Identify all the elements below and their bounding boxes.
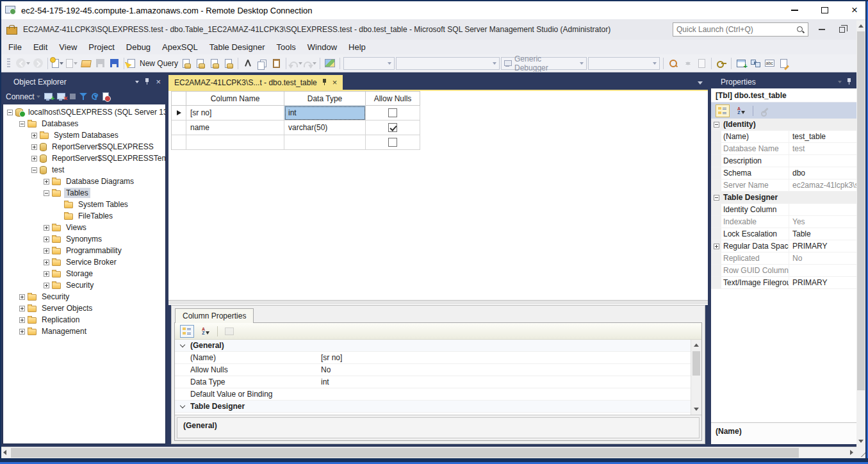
menu-item-tools[interactable]: Tools bbox=[270, 40, 301, 54]
chevron-down-icon[interactable] bbox=[180, 403, 185, 408]
expand-toggle-icon[interactable] bbox=[31, 144, 37, 150]
scroll-left-icon[interactable] bbox=[3, 450, 6, 455]
tree-item-service-broker[interactable]: Service Broker bbox=[3, 256, 165, 268]
rdp-maximize-button[interactable] bbox=[821, 7, 828, 13]
tree-item-test[interactable]: test bbox=[3, 164, 165, 176]
expand-toggle-icon[interactable] bbox=[19, 317, 25, 323]
quick-launch-box[interactable] bbox=[673, 22, 808, 37]
expand-toggle-icon[interactable] bbox=[44, 225, 49, 231]
tree-item-views[interactable]: Views bbox=[3, 222, 165, 233]
property-row-lock-escalation[interactable]: Lock EscalationTable bbox=[711, 228, 856, 240]
horizontal-splitter[interactable] bbox=[168, 300, 708, 305]
new-query-button[interactable]: New Query bbox=[127, 56, 178, 70]
tree-item-system-databases[interactable]: System Databases bbox=[3, 129, 165, 141]
property-pages-button[interactable] bbox=[222, 325, 236, 338]
expand-toggle-icon[interactable] bbox=[44, 248, 49, 254]
property-row-default-value-or-binding[interactable]: Default Value or Binding bbox=[175, 388, 691, 401]
chevron-down-icon[interactable] bbox=[493, 62, 496, 65]
expand-toggle-icon[interactable] bbox=[19, 329, 25, 335]
check-constraints-button[interactable] bbox=[763, 56, 776, 70]
app-minimize-button[interactable] bbox=[819, 29, 825, 30]
set-primary-key-button[interactable] bbox=[715, 56, 728, 70]
property-value[interactable] bbox=[789, 265, 856, 276]
menu-item-debug[interactable]: Debug bbox=[120, 40, 156, 54]
expand-toggle-icon[interactable] bbox=[44, 190, 49, 196]
expand-toggle-icon[interactable] bbox=[44, 236, 49, 242]
property-value[interactable]: Table bbox=[789, 228, 856, 240]
allow-nulls-checkbox[interactable] bbox=[388, 123, 397, 132]
property-row-regular-data-space-specification[interactable]: Regular Data Space SpecificationPRIMARY bbox=[711, 240, 856, 253]
tree-item-security[interactable]: Security bbox=[3, 279, 165, 291]
property-row-database-name[interactable]: Database Nametest bbox=[711, 143, 856, 155]
property-value[interactable]: PRIMARY bbox=[789, 240, 856, 252]
data-type-cell[interactable]: varchar(50) bbox=[284, 120, 366, 135]
edit-button[interactable] bbox=[695, 56, 708, 70]
stop-button[interactable] bbox=[70, 91, 76, 103]
chevron-down-icon[interactable] bbox=[60, 62, 63, 65]
pin-icon[interactable] bbox=[847, 78, 852, 85]
navigate-backward-button[interactable] bbox=[16, 56, 30, 70]
row-selector-cell[interactable] bbox=[172, 120, 186, 135]
expand-toggle-icon[interactable] bbox=[714, 244, 719, 249]
undo-button[interactable] bbox=[290, 56, 302, 70]
row-selector-cell[interactable] bbox=[172, 106, 186, 120]
properties-object-selector[interactable]: [Tbl] dbo.test_table bbox=[711, 88, 856, 103]
tree-item-reportserver-sqlexpresstempdb[interactable]: ReportServer$SQLEXPRESSTempDB bbox=[3, 153, 165, 164]
chevron-down-icon[interactable] bbox=[74, 62, 78, 65]
menu-item-view[interactable]: View bbox=[53, 40, 83, 54]
menu-item-edit[interactable]: Edit bbox=[28, 40, 53, 54]
filter-button[interactable] bbox=[79, 91, 88, 103]
quick-launch-input[interactable] bbox=[676, 25, 796, 34]
copy-button[interactable] bbox=[256, 56, 268, 70]
expand-toggle-icon[interactable] bbox=[44, 271, 49, 277]
mdx-query-button[interactable] bbox=[193, 56, 206, 70]
property-value[interactable] bbox=[789, 155, 856, 167]
property-row-indexable[interactable]: IndexableYes bbox=[711, 216, 856, 228]
chevron-down-icon[interactable] bbox=[299, 62, 302, 65]
data-type-cell[interactable]: int bbox=[284, 106, 366, 120]
property-row-schema[interactable]: Schemadbo bbox=[711, 167, 856, 179]
script-button[interactable] bbox=[102, 91, 109, 103]
property-value[interactable]: PRIMARY bbox=[789, 277, 856, 288]
scroll-right-icon[interactable] bbox=[850, 450, 853, 455]
insert-column-button[interactable] bbox=[735, 56, 748, 70]
xmla-query-button[interactable] bbox=[222, 56, 234, 70]
generic-debugger-combo[interactable]: Generic Debugger bbox=[501, 57, 587, 70]
expand-toggle-icon[interactable] bbox=[7, 110, 13, 115]
navigate-forward-button[interactable] bbox=[31, 56, 44, 70]
property-category-table-designer[interactable]: Table Designer bbox=[711, 192, 856, 204]
scroll-down-icon[interactable] bbox=[858, 440, 864, 443]
property-value[interactable]: int bbox=[321, 377, 329, 386]
menu-item-file[interactable]: File bbox=[3, 40, 28, 54]
navigate-objects-button[interactable] bbox=[681, 56, 694, 70]
chevron-down-icon[interactable] bbox=[653, 62, 657, 65]
property-row-description[interactable]: Description bbox=[711, 155, 856, 167]
tab-close-icon[interactable]: × bbox=[332, 79, 338, 87]
row-selector-cell[interactable] bbox=[172, 135, 186, 150]
tree-item-synonyms[interactable]: Synonyms bbox=[3, 233, 165, 245]
generate-change-script-button[interactable] bbox=[777, 56, 790, 70]
new-project-button[interactable] bbox=[51, 56, 64, 70]
chevron-down-icon[interactable] bbox=[180, 342, 185, 347]
chevron-down-icon[interactable] bbox=[313, 62, 316, 65]
expand-toggle-icon[interactable] bbox=[19, 294, 25, 300]
property-row-text-image-filegroup[interactable]: Text/Image FilegroupPRIMARY bbox=[711, 277, 856, 289]
collapse-toggle-icon[interactable] bbox=[714, 195, 719, 201]
property-pages-button[interactable] bbox=[758, 104, 772, 117]
disconnect-server-button[interactable]: × bbox=[57, 91, 66, 103]
app-restore-button[interactable] bbox=[839, 27, 845, 33]
tree-item-reportserver-sqlexpress[interactable]: ReportServer$SQLEXPRESS bbox=[3, 141, 165, 153]
scrollbar-thumb[interactable] bbox=[857, 31, 865, 390]
tree-item-localhost-sqlexpress-sql-server-13-0[interactable]: localhost\SQLEXPRESS (SQL Server 13.0 bbox=[3, 106, 165, 118]
panel-menu-icon[interactable] bbox=[838, 81, 842, 83]
save-all-button[interactable] bbox=[108, 56, 120, 70]
scroll-up-icon[interactable] bbox=[858, 24, 864, 28]
tree-item-replication[interactable]: Replication bbox=[3, 314, 165, 326]
paste-button[interactable] bbox=[270, 56, 283, 70]
property-value[interactable]: No bbox=[789, 253, 856, 264]
chevron-down-icon[interactable] bbox=[580, 62, 584, 65]
menu-item-project[interactable]: Project bbox=[83, 40, 120, 54]
tree-item-server-objects[interactable]: Server Objects bbox=[3, 302, 165, 314]
database-engine-query-button[interactable] bbox=[179, 56, 192, 70]
expand-toggle-icon[interactable] bbox=[31, 167, 37, 173]
